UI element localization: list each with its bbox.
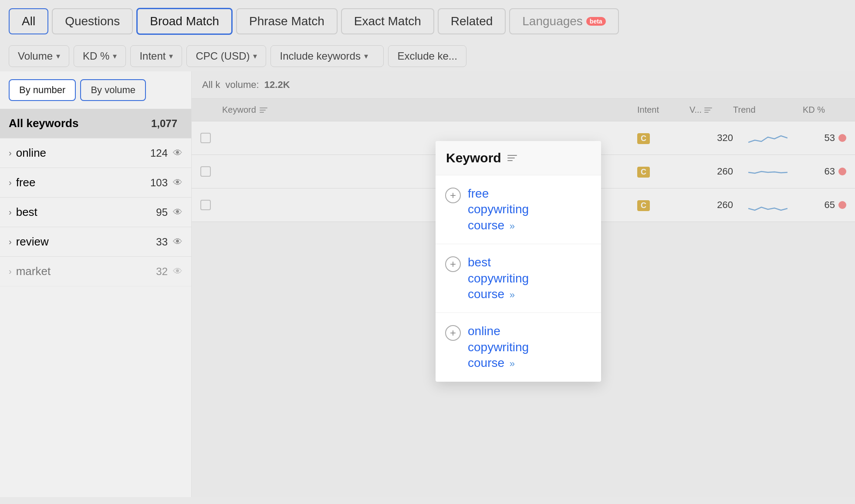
tab-questions[interactable]: Questions: [52, 8, 133, 34]
sidebar-item-label: market: [16, 265, 156, 278]
view-by-number-button[interactable]: By number: [9, 79, 76, 101]
sidebar-item-count: 32: [156, 265, 168, 278]
add-keyword-icon[interactable]: +: [445, 188, 461, 203]
sidebar-header: By number By volume: [0, 71, 191, 109]
popup-keyword-text: online copywriting course »: [468, 323, 529, 371]
sidebar-item-count: 95: [156, 206, 168, 218]
sidebar-item-label: review: [16, 235, 156, 249]
chevron-double-icon: »: [510, 221, 515, 232]
chevron-double-icon: »: [510, 358, 515, 369]
add-keyword-icon[interactable]: +: [445, 325, 461, 341]
popup-item-best-copywriting-course[interactable]: + best copywriting course »: [436, 244, 601, 313]
add-keyword-icon[interactable]: +: [445, 256, 461, 272]
chevron-right-icon: ›: [9, 207, 12, 217]
sidebar-item-all[interactable]: All keywords 1,077: [0, 109, 191, 138]
popup-item-online-copywriting-course[interactable]: + online copywriting course »: [436, 313, 601, 381]
eye-icon: 👁: [173, 177, 182, 188]
popup-title: Keyword: [446, 151, 501, 165]
eye-icon: 👁: [173, 207, 182, 218]
sidebar-list: All keywords 1,077 › online 124 👁 › free…: [0, 109, 191, 286]
content-area: All k volume: 12.2K Keyword Intent V...: [192, 71, 855, 497]
chevron-down-icon: ▾: [113, 51, 117, 61]
sidebar-item-label: online: [16, 146, 150, 160]
tab-languages[interactable]: Languages beta: [509, 8, 618, 34]
keyword-popup: Keyword + free copywriting course »: [436, 141, 601, 382]
tab-bar: All Questions Broad Match Phrase Match E…: [0, 0, 855, 41]
sidebar-item-count: 33: [156, 236, 168, 248]
eye-icon: 👁: [173, 236, 182, 248]
filter-bar: Volume ▾ KD % ▾ Intent ▾ CPC (USD) ▾ Inc…: [0, 41, 855, 71]
filter-cpc[interactable]: CPC (USD) ▾: [186, 45, 266, 67]
sidebar-item-best[interactable]: › best 95 👁: [0, 198, 191, 227]
eye-icon: 👁: [173, 148, 182, 159]
filter-exclude-keywords[interactable]: Exclude ke...: [388, 45, 466, 67]
popup-keyword-text: best copywriting course »: [468, 255, 529, 302]
sidebar-item-label: free: [16, 176, 150, 189]
filter-kd[interactable]: KD % ▾: [74, 45, 126, 67]
sidebar-item-label: best: [16, 205, 156, 219]
chevron-down-icon: ▾: [56, 51, 60, 61]
sidebar-item-review[interactable]: › review 33 👁: [0, 227, 191, 257]
tab-phrase-match[interactable]: Phrase Match: [236, 8, 338, 34]
popup-header: Keyword: [436, 141, 601, 175]
sidebar-item-free[interactable]: › free 103 👁: [0, 168, 191, 198]
sidebar-item-market[interactable]: › market 32 👁: [0, 257, 191, 286]
chevron-double-icon: »: [510, 289, 515, 300]
beta-badge: beta: [586, 17, 606, 26]
sidebar-item-count: 103: [150, 177, 168, 189]
tab-related[interactable]: Related: [438, 8, 506, 34]
eye-icon: 👁: [173, 266, 182, 277]
sidebar: By number By volume All keywords 1,077 ›…: [0, 71, 192, 497]
sidebar-item-count: 124: [150, 147, 168, 159]
view-by-volume-button[interactable]: By volume: [80, 79, 146, 101]
sidebar-item-online[interactable]: › online 124 👁: [0, 138, 191, 168]
chevron-down-icon: ▾: [364, 51, 368, 61]
tab-all[interactable]: All: [9, 8, 48, 34]
chevron-down-icon: ▾: [253, 51, 257, 61]
filter-intent[interactable]: Intent ▾: [130, 45, 182, 67]
sidebar-item-label: All keywords: [9, 117, 151, 130]
popup-item-free-copywriting-course[interactable]: + free copywriting course »: [436, 175, 601, 244]
filter-volume[interactable]: Volume ▾: [9, 45, 69, 67]
main-content: By number By volume All keywords 1,077 ›…: [0, 71, 855, 497]
chevron-right-icon: ›: [9, 178, 12, 188]
tab-broad-match[interactable]: Broad Match: [136, 8, 233, 35]
chevron-right-icon: ›: [9, 237, 12, 247]
sort-icon: [507, 155, 517, 161]
sidebar-item-count: 1,077: [151, 118, 177, 130]
filter-include-keywords[interactable]: Include keywords ▾: [270, 45, 384, 67]
popup-keyword-text: free copywriting course »: [468, 186, 529, 233]
tab-exact-match[interactable]: Exact Match: [341, 8, 434, 34]
chevron-right-icon: ›: [9, 266, 12, 276]
chevron-down-icon: ▾: [169, 51, 173, 61]
chevron-right-icon: ›: [9, 148, 12, 158]
